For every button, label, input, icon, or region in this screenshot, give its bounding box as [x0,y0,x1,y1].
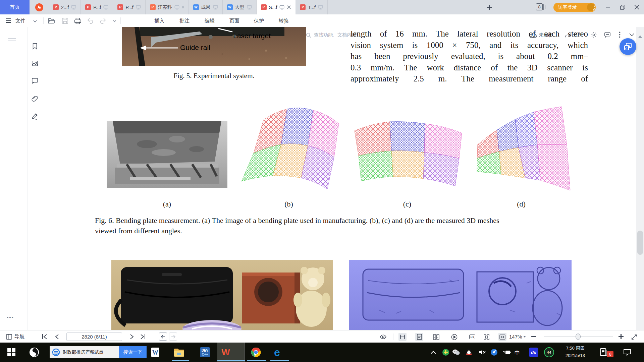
edge-icon: e [272,347,282,358]
taskbar-devcpp-app[interactable]: DEV C++ [200,347,210,358]
search-icon [306,33,311,38]
action-center-icon[interactable] [623,349,631,356]
ribbon-tab-insert[interactable]: 插入 [154,18,164,24]
zoom-out-button[interactable] [531,336,536,337]
ribbon-tab-page[interactable]: 页面 [229,18,239,24]
pdf-file-icon: P [261,4,267,10]
tab-doc-3[interactable]: P P...f [113,0,145,14]
eye-protect-button[interactable] [379,333,387,341]
tab-doc-active[interactable]: P S...f [257,0,296,14]
taskbar-wps-app[interactable]: W [220,347,231,358]
two-page-button[interactable] [432,333,440,341]
toolbar-more-icon[interactable] [113,20,116,22]
open-file-icon[interactable] [48,17,55,24]
panel-handle[interactable] [8,41,16,41]
main-menu-button[interactable] [5,18,11,23]
ribbon-search[interactable]: 查找功能、文档内容 [306,32,356,38]
prev-page-icon[interactable] [55,334,59,340]
page-number-input[interactable]: 2820 (8/11) [66,333,122,341]
tray-antivirus-icon[interactable] [442,349,449,356]
tray-qq-icon[interactable] [466,348,472,356]
feedback-icon[interactable] [604,32,611,38]
tab-doc-6[interactable]: W 大型 [223,0,257,14]
tab-doc-4[interactable]: P 江苏科 [146,0,189,14]
start-button[interactable] [6,347,17,358]
new-tab-button[interactable] [485,3,494,12]
first-page-icon[interactable] [42,334,47,340]
tab-list-button[interactable]: 8 [536,3,545,10]
ribbon-tab-protect[interactable]: 保护 [254,18,264,24]
image-tool-icon[interactable] [31,60,39,67]
close-window-button[interactable] [630,0,643,14]
taskbar-chrome-app[interactable] [251,347,261,358]
word-file-icon: W [193,4,199,10]
panel-handle[interactable] [8,38,16,39]
file-menu[interactable]: 文件 [15,18,25,24]
redo-icon[interactable] [99,17,106,24]
tray-expand-icon[interactable] [431,351,436,354]
navigation-toggle[interactable]: 导航 [6,330,24,343]
zoom-in-button[interactable] [619,334,624,339]
taskbar-explorer-app[interactable] [174,347,184,358]
minimize-button[interactable] [601,0,614,14]
tray-speedup-ball[interactable]: 44 [544,347,554,357]
taskbar-search-text: 财政部推房产税试点 [60,349,104,355]
tab-doc-2[interactable]: P P...f [81,0,113,14]
vertical-scrollbar[interactable] [636,27,644,330]
fig6-caption-line2: viewed from different angles. [95,227,588,235]
tab-doc-1[interactable]: P 2...f [49,0,81,14]
tray-battery-icon[interactable] [502,350,511,355]
caret-down-icon [523,336,526,338]
fullscreen-button[interactable] [630,333,638,341]
fit-width-button[interactable] [498,333,506,341]
single-page-button[interactable] [415,333,423,341]
tab-doc-5[interactable]: W 成果 [189,0,223,14]
guest-login-button[interactable]: 访客登录 [553,3,596,12]
restore-button[interactable] [616,0,629,14]
zoom-level-dropdown[interactable]: 147% [509,330,526,343]
convert-to-word-button[interactable]: W [620,38,636,55]
autoplay-button[interactable] [450,333,458,341]
pinned-app-pinwheel[interactable] [29,347,40,358]
print-icon[interactable] [74,17,82,24]
collapse-ribbon-icon[interactable] [629,33,634,36]
attachment-icon[interactable] [31,95,39,102]
taskbar-word-app[interactable]: W [150,347,161,358]
scrollbar-thumb[interactable] [637,231,643,255]
scroll-up-icon[interactable] [638,35,642,38]
taskbar-edge-app[interactable]: e [272,347,282,358]
ribbon-tab-edit[interactable]: 编辑 [205,18,215,24]
save-icon[interactable] [62,17,68,24]
tray-ime-indicator[interactable]: 中 [515,350,520,357]
next-page-icon[interactable] [130,334,134,340]
tray-clock[interactable]: 7:50 周四 2021/5/13 [557,345,593,359]
ribbon-tab-convert[interactable]: 转换 [279,18,289,24]
tray-volume-muted-icon[interactable] [479,349,486,355]
gear-icon[interactable] [590,32,597,38]
bookmark-icon[interactable] [31,43,39,50]
history-forward-button[interactable] [169,333,177,341]
signature-pen-icon[interactable] [31,113,39,120]
close-tab-icon[interactable] [287,5,291,9]
chevron-down-icon[interactable] [33,20,37,23]
panel-more-button[interactable]: ••• [7,314,14,320]
tray-wechat-icon[interactable] [452,349,460,356]
ribbon-tab-comment[interactable]: 批注 [179,18,190,24]
wps-logo-tab[interactable] [30,0,49,14]
taskbar-search-box[interactable]: 财政部推房产税试点 搜索一下 [50,346,147,358]
more-options-icon[interactable] [619,32,621,38]
monitor-icon [279,5,284,10]
hand-tool-button[interactable] [398,333,407,341]
tray-baidu-ime-icon[interactable]: du [529,348,538,357]
comment-tool-icon[interactable] [31,77,39,84]
fit-page-button[interactable] [482,333,490,341]
actual-size-button[interactable]: 1:1 [468,333,476,341]
history-back-button[interactable] [159,333,167,341]
undo-icon[interactable] [87,17,94,24]
tab-doc-8[interactable]: P T...f [296,0,328,14]
last-page-icon[interactable] [140,334,146,340]
taskbar-search-button[interactable]: 搜索一下 [119,346,147,358]
tab-home[interactable]: 首页 [0,0,30,14]
zoom-slider-thumb[interactable] [576,334,581,340]
tray-netdisk-icon[interactable] [490,349,498,356]
